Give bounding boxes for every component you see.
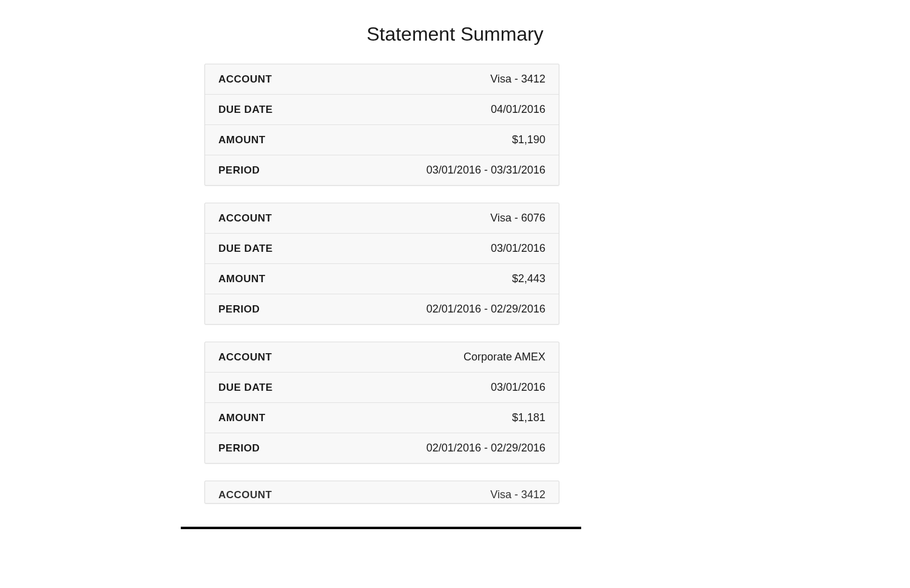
row-value-period: 02/01/2016 - 02/29/2016 bbox=[426, 303, 545, 316]
row-label-account: ACCOUNT bbox=[218, 351, 272, 363]
row-value-due-date: 04/01/2016 bbox=[491, 103, 545, 116]
row-value-account: Visa - 3412 bbox=[490, 488, 545, 501]
row-value-period: 02/01/2016 - 02/29/2016 bbox=[426, 442, 545, 455]
row-value-amount: $2,443 bbox=[512, 272, 545, 285]
page-title: Statement Summary bbox=[0, 23, 910, 46]
row-value-account: Visa - 3412 bbox=[490, 73, 545, 86]
statement-row-amount: AMOUNT $1,190 bbox=[205, 125, 559, 155]
statement-row-period: PERIOD 02/01/2016 - 02/29/2016 bbox=[205, 433, 559, 463]
row-value-account: Visa - 6076 bbox=[490, 212, 545, 225]
row-label-period: PERIOD bbox=[218, 164, 260, 177]
statement-row-account: ACCOUNT Visa - 3412 bbox=[205, 481, 559, 504]
row-label-account: ACCOUNT bbox=[218, 489, 272, 501]
row-label-amount: AMOUNT bbox=[218, 273, 266, 285]
statement-row-amount: AMOUNT $1,181 bbox=[205, 403, 559, 433]
row-label-due-date: DUE DATE bbox=[218, 382, 273, 394]
row-label-period: PERIOD bbox=[218, 442, 260, 455]
statement-row-account: ACCOUNT Visa - 3412 bbox=[205, 64, 559, 95]
row-label-due-date: DUE DATE bbox=[218, 104, 273, 116]
row-label-account: ACCOUNT bbox=[218, 212, 272, 225]
row-value-account: Corporate AMEX bbox=[463, 351, 545, 363]
statement-row-period: PERIOD 02/01/2016 - 02/29/2016 bbox=[205, 294, 559, 324]
statement-row-period: PERIOD 03/01/2016 - 03/31/2016 bbox=[205, 155, 559, 185]
row-value-amount: $1,181 bbox=[512, 411, 545, 424]
row-value-amount: $1,190 bbox=[512, 133, 545, 146]
statement-row-due-date: DUE DATE 03/01/2016 bbox=[205, 234, 559, 264]
page-container: Statement Summary ACCOUNT Visa - 3412 DU… bbox=[0, 0, 910, 588]
row-label-account: ACCOUNT bbox=[218, 73, 272, 86]
row-value-period: 03/01/2016 - 03/31/2016 bbox=[426, 164, 545, 177]
row-label-amount: AMOUNT bbox=[218, 412, 266, 424]
statement-row-account: ACCOUNT Corporate AMEX bbox=[205, 342, 559, 373]
row-label-period: PERIOD bbox=[218, 303, 260, 316]
statement-card: ACCOUNT Visa - 6076 DUE DATE 03/01/2016 … bbox=[204, 203, 559, 325]
statement-row-account: ACCOUNT Visa - 6076 bbox=[205, 203, 559, 234]
statement-card: ACCOUNT Visa - 3412 DUE DATE 04/01/2016 … bbox=[204, 64, 559, 186]
statement-card-cutoff: ACCOUNT Visa - 3412 bbox=[204, 481, 559, 504]
statement-card: ACCOUNT Corporate AMEX DUE DATE 03/01/20… bbox=[204, 342, 559, 464]
row-value-due-date: 03/01/2016 bbox=[491, 381, 545, 394]
statement-row-amount: AMOUNT $2,443 bbox=[205, 264, 559, 294]
row-label-amount: AMOUNT bbox=[218, 134, 266, 146]
statements-area: ACCOUNT Visa - 3412 DUE DATE 04/01/2016 … bbox=[204, 64, 559, 504]
row-value-due-date: 03/01/2016 bbox=[491, 242, 545, 255]
bottom-rule bbox=[181, 527, 581, 529]
row-label-due-date: DUE DATE bbox=[218, 243, 273, 255]
statement-row-due-date: DUE DATE 04/01/2016 bbox=[205, 95, 559, 125]
statement-row-due-date: DUE DATE 03/01/2016 bbox=[205, 373, 559, 403]
